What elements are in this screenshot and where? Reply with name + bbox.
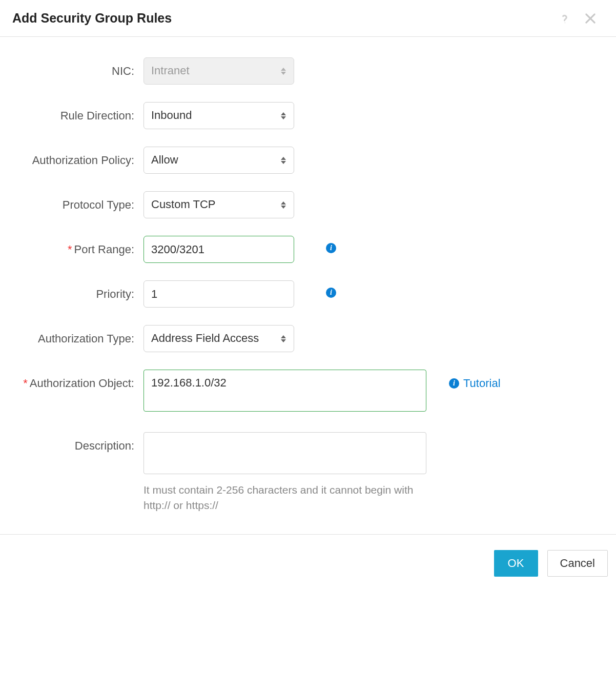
input-description[interactable] [143,432,426,474]
row-priority: Priority: i [10,280,606,308]
select-authorization-policy[interactable]: Allow [143,147,294,174]
label-port-range: *Port Range: [10,236,143,257]
info-icon[interactable]: i [326,243,336,253]
dialog-footer: OK Cancel [0,534,616,592]
label-authorization-object: *Authorization Object: [10,370,143,391]
dialog-body: NIC: Intranet Rule Direction: Inbound Au… [0,37,616,534]
label-priority: Priority: [10,280,143,302]
row-rule-direction: Rule Direction: Inbound [10,102,606,129]
row-protocol-type: Protocol Type: Custom TCP [10,191,606,218]
label-port-range-text: Port Range: [74,243,134,256]
label-description: Description: [10,432,143,454]
help-icon[interactable] [557,10,573,26]
label-protocol-type: Protocol Type: [10,191,143,213]
dialog-add-security-group-rules: Add Security Group Rules NIC: Intranet [0,0,616,592]
label-authorization-object-text: Authorization Object: [30,377,134,390]
label-authorization-policy: Authorization Policy: [10,147,143,168]
svg-point-0 [565,23,566,24]
input-port-range[interactable] [143,236,294,263]
row-authorization-object: *Authorization Object: i Tutorial [10,370,606,415]
close-icon[interactable] [583,11,598,26]
tutorial-link[interactable]: Tutorial [463,377,501,390]
select-authorization-type[interactable]: Address Field Access [143,325,294,352]
input-priority[interactable] [143,280,294,308]
select-nic: Intranet [143,57,294,85]
label-authorization-type: Authorization Type: [10,325,143,347]
required-marker: * [23,377,28,390]
row-description: Description: It must contain 2-256 chara… [10,432,606,514]
input-authorization-object[interactable] [143,370,426,412]
helper-description: It must contain 2-256 characters and it … [143,482,426,514]
label-rule-direction: Rule Direction: [10,102,143,124]
cancel-button[interactable]: Cancel [547,550,608,577]
row-authorization-policy: Authorization Policy: Allow [10,147,606,174]
row-port-range: *Port Range: i [10,236,606,263]
info-icon[interactable]: i [449,378,459,389]
label-nic: NIC: [10,57,143,79]
header-actions [557,10,598,26]
row-authorization-type: Authorization Type: Address Field Access [10,325,606,352]
row-nic: NIC: Intranet [10,57,606,85]
dialog-header: Add Security Group Rules [0,0,616,37]
select-rule-direction[interactable]: Inbound [143,102,294,129]
ok-button[interactable]: OK [494,550,538,577]
required-marker: * [68,243,72,256]
info-icon[interactable]: i [326,288,336,298]
dialog-title: Add Security Group Rules [12,11,172,26]
select-protocol-type[interactable]: Custom TCP [143,191,294,218]
